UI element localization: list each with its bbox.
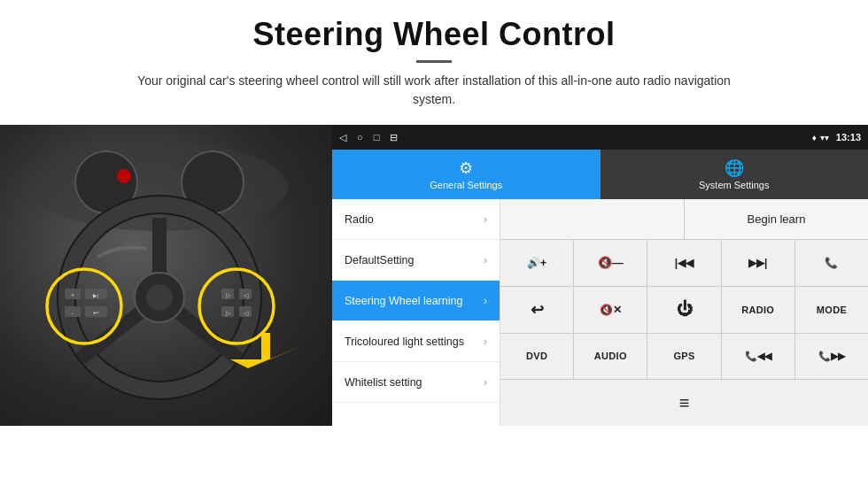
gear-icon: ⚙ bbox=[459, 158, 473, 178]
vol-up-icon: 🔊+ bbox=[527, 257, 546, 269]
chevron-icon-tricoloured: › bbox=[484, 336, 487, 348]
subtitle: Your original car's steering wheel contr… bbox=[133, 72, 735, 109]
begin-learn-row: Begin learn bbox=[500, 199, 868, 240]
phone-button[interactable]: 📞 bbox=[795, 240, 868, 286]
nav-recent-icon[interactable]: □ bbox=[374, 132, 380, 143]
prev-track-icon: |◀◀ bbox=[675, 257, 694, 269]
header-section: Steering Wheel Control Your original car… bbox=[0, 0, 868, 118]
title-divider bbox=[416, 60, 452, 63]
audio-button[interactable]: AUDIO bbox=[574, 334, 647, 380]
dvd-button[interactable]: DVD bbox=[500, 334, 574, 380]
tab-system-label: System Settings bbox=[699, 180, 769, 190]
control-row-3: DVD AUDIO GPS 📞◀◀ 📞▶▶ bbox=[500, 334, 868, 381]
location-icon: ♦ bbox=[812, 133, 817, 143]
svg-point-10 bbox=[146, 284, 173, 311]
menu-item-whitelist[interactable]: Whitelist setting › bbox=[332, 362, 500, 403]
wifi-icon: ▾▾ bbox=[820, 133, 829, 143]
svg-text:▶|: ▶| bbox=[93, 293, 99, 298]
right-control-panel: Begin learn 🔊+ 🔇— bbox=[500, 199, 868, 426]
hang-up-icon: ↩ bbox=[531, 300, 544, 320]
chevron-icon-radio: › bbox=[484, 213, 487, 226]
phone-prev-button[interactable]: 📞◀◀ bbox=[722, 334, 795, 380]
ui-panel: ◁ ○ □ ⊟ ♦ ▾▾ 13:13 ⚙ General Settings bbox=[332, 125, 868, 426]
phone-next-button[interactable]: 📞▶▶ bbox=[795, 334, 868, 380]
chevron-icon-whitelist: › bbox=[484, 376, 487, 389]
nav-menu-icon[interactable]: ⊟ bbox=[390, 132, 398, 143]
chevron-icon-default: › bbox=[484, 254, 487, 266]
svg-text:↩: ↩ bbox=[93, 309, 99, 317]
page-wrapper: Steering Wheel Control Your original car… bbox=[0, 0, 868, 486]
svg-text:+: + bbox=[71, 292, 74, 298]
menu-item-radio[interactable]: Radio › bbox=[332, 199, 500, 240]
menu-item-steering[interactable]: Steering Wheel learning › bbox=[332, 281, 500, 321]
nav-back-icon[interactable]: ◁ bbox=[339, 132, 346, 143]
phone-next-icon: 📞▶▶ bbox=[818, 351, 845, 362]
time-display: 13:13 bbox=[836, 132, 861, 143]
prev-track-button[interactable]: |◀◀ bbox=[647, 240, 721, 286]
vol-down-icon: 🔇— bbox=[598, 256, 624, 269]
car-image-section: + - ▶| ↩ ▷ ◁ ▷ ◁ bbox=[0, 125, 332, 426]
svg-point-3 bbox=[117, 169, 131, 183]
mute-icon: 🔇✕ bbox=[600, 304, 622, 316]
list-button[interactable]: ≡ bbox=[500, 380, 868, 426]
control-row-4: ≡ bbox=[500, 380, 868, 426]
status-bar: ◁ ○ □ ⊟ ♦ ▾▾ 13:13 bbox=[332, 125, 868, 150]
hang-up-button[interactable]: ↩ bbox=[500, 287, 574, 333]
vol-down-button[interactable]: 🔇— bbox=[574, 240, 647, 286]
status-bar-left: ◁ ○ □ ⊟ bbox=[339, 132, 398, 143]
page-title: Steering Wheel Control bbox=[18, 16, 850, 53]
chevron-icon-steering: › bbox=[484, 295, 487, 307]
empty-slot bbox=[500, 199, 685, 239]
radio-button[interactable]: RADIO bbox=[722, 287, 795, 333]
globe-icon: 🌐 bbox=[725, 158, 744, 178]
power-button[interactable]: ⏻ bbox=[647, 287, 721, 333]
status-bar-right: ♦ ▾▾ 13:13 bbox=[812, 132, 861, 143]
next-track-button[interactable]: ▶▶| bbox=[722, 240, 795, 286]
gps-button[interactable]: GPS bbox=[647, 334, 721, 380]
mute-button[interactable]: 🔇✕ bbox=[574, 287, 647, 333]
phone-prev-icon: 📞◀◀ bbox=[745, 351, 771, 362]
control-grid: 🔊+ 🔇— |◀◀ ▶▶| bbox=[500, 240, 868, 426]
content-area: + - ▶| ↩ ▷ ◁ ▷ ◁ bbox=[0, 125, 868, 486]
tab-general-label: General Settings bbox=[430, 180, 502, 190]
panel-content: Radio › DefaultSetting › Steering Wheel … bbox=[332, 199, 868, 426]
phone-icon: 📞 bbox=[825, 257, 838, 269]
vol-up-button[interactable]: 🔊+ bbox=[500, 240, 574, 286]
menu-item-tricoloured[interactable]: Tricoloured light settings › bbox=[332, 321, 500, 362]
menu-item-default[interactable]: DefaultSetting › bbox=[332, 240, 500, 281]
begin-learn-button[interactable]: Begin learn bbox=[685, 199, 868, 239]
mode-button[interactable]: MODE bbox=[795, 287, 868, 333]
control-row-2: ↩ 🔇✕ ⏻ RADIO MODE bbox=[500, 287, 868, 334]
steering-wheel-svg: + - ▶| ↩ ▷ ◁ ▷ ◁ bbox=[9, 134, 310, 408]
tab-bar: ⚙ General Settings 🌐 System Settings bbox=[332, 150, 868, 199]
control-row-1: 🔊+ 🔇— |◀◀ ▶▶| bbox=[500, 240, 868, 287]
tab-general[interactable]: ⚙ General Settings bbox=[332, 150, 601, 199]
next-track-icon: ▶▶| bbox=[748, 257, 767, 269]
list-icon: ≡ bbox=[679, 393, 690, 413]
power-icon: ⏻ bbox=[677, 300, 693, 319]
nav-home-icon[interactable]: ○ bbox=[357, 132, 363, 143]
left-menu: Radio › DefaultSetting › Steering Wheel … bbox=[332, 199, 500, 426]
tab-system[interactable]: 🌐 System Settings bbox=[601, 150, 869, 199]
